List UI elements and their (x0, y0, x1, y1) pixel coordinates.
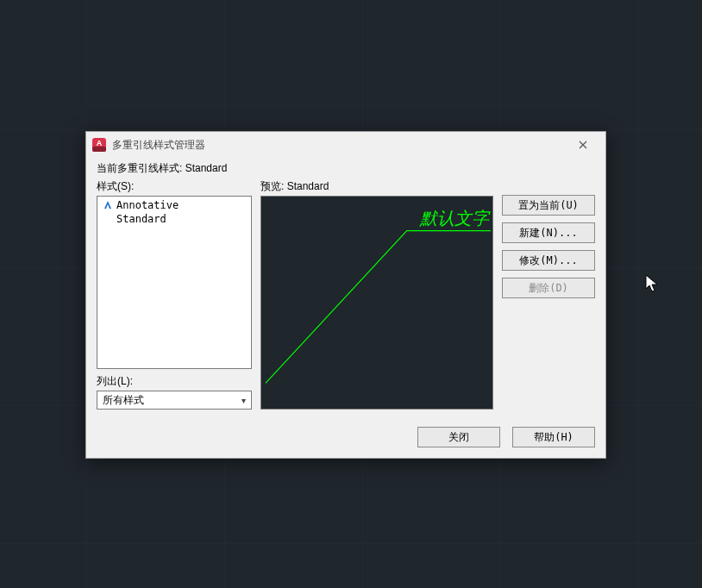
preview-column: 预览: Standard 默认文字 (260, 179, 493, 410)
styles-column: 样式(S): Annotative Standard (97, 179, 252, 410)
current-style-label: 当前多重引线样式: Standard (97, 161, 595, 176)
styles-label: 样式(S): (97, 179, 252, 194)
svg-text:A: A (97, 139, 103, 147)
close-icon[interactable] (567, 134, 599, 156)
styles-listbox[interactable]: Annotative Standard (97, 196, 252, 369)
annotative-icon (103, 200, 113, 210)
chevron-down-icon: ▾ (241, 396, 246, 405)
preview-default-text: 默认文字 (420, 207, 489, 230)
titlebar[interactable]: A 多重引线样式管理器 (86, 132, 605, 158)
modify-button[interactable]: 修改(M)... (502, 250, 595, 271)
filter-label: 列出(L): (97, 374, 252, 389)
help-button[interactable]: 帮助(H) (512, 427, 595, 447)
close-button[interactable]: 关闭 (417, 427, 500, 447)
list-item[interactable]: Standard (97, 212, 251, 226)
mleader-style-manager-dialog: A 多重引线样式管理器 当前多重引线样式: Standard 样式(S): (85, 131, 606, 459)
preview-box: 默认文字 (260, 196, 493, 410)
current-style-prefix: 当前多重引线样式: (97, 162, 185, 174)
preview-label: 预览: Standard (260, 179, 493, 194)
set-current-button[interactable]: 置为当前(U) (502, 195, 595, 216)
preview-style-name: Standard (287, 180, 329, 192)
list-item[interactable]: Annotative (97, 198, 251, 212)
list-item-label: Standard (116, 213, 166, 225)
actions-column: 置为当前(U) 新建(N)... 修改(M)... 删除(D) (502, 179, 595, 410)
filter-value: 所有样式 (103, 393, 144, 408)
dialog-body: 当前多重引线样式: Standard 样式(S): Annotative (86, 158, 605, 418)
dialog-title: 多重引线样式管理器 (112, 138, 567, 153)
list-item-label: Annotative (116, 199, 179, 211)
autocad-icon: A (91, 137, 107, 153)
filter-select[interactable]: 所有样式 ▾ (97, 391, 252, 410)
delete-button: 删除(D) (502, 278, 595, 298)
preview-prefix: 预览: (260, 180, 287, 192)
new-button[interactable]: 新建(N)... (502, 222, 595, 243)
current-style-name: Standard (185, 162, 228, 174)
dialog-footer: 关闭 帮助(H) (86, 418, 605, 458)
